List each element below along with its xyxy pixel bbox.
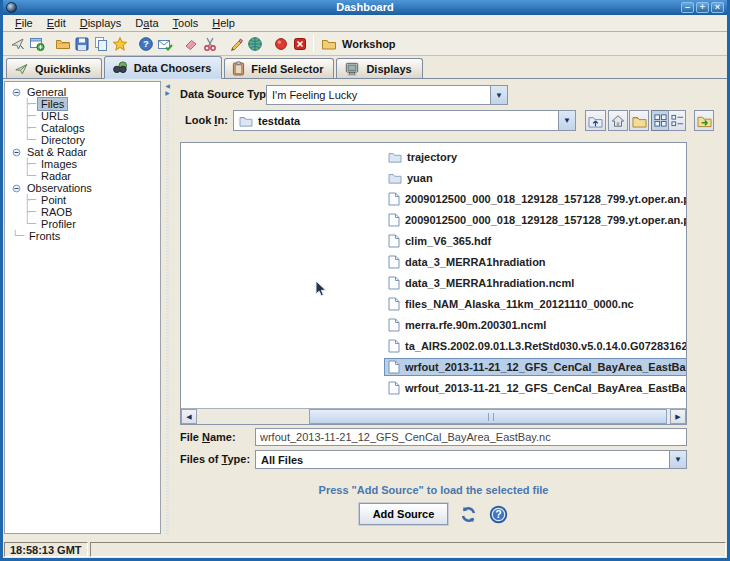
file-item[interactable]: merra.rfe.90m.200301.ncml (385, 314, 687, 335)
minimize-button[interactable]: – (681, 2, 694, 13)
grid-view-toggle[interactable] (651, 110, 669, 131)
sidebar-item-observations[interactable]: Observations (5, 182, 160, 194)
file-icon (388, 318, 400, 332)
file-name-input[interactable]: wrfout_2013-11-21_12_GFS_CenCal_BayArea_… (255, 428, 687, 446)
help-icon[interactable]: ? (136, 34, 155, 54)
favorites-star-icon[interactable] (110, 34, 129, 54)
support-message-icon[interactable] (155, 34, 174, 54)
folder-icon (388, 151, 402, 163)
file-name-label: File Name: (180, 431, 236, 443)
close-button[interactable]: × (711, 2, 724, 13)
workshop-group[interactable]: Workshop (321, 36, 396, 52)
maximize-button[interactable]: + (696, 2, 709, 13)
home-button[interactable] (608, 110, 628, 131)
dashboard-window: Dashboard – + × File Edit Displays Data … (0, 0, 730, 561)
sidebar-item-general[interactable]: General (5, 86, 160, 98)
tree-expand-icon[interactable] (12, 88, 21, 97)
sidebar-item-directory[interactable]: └─Directory (5, 134, 160, 146)
data-choosers-panel: General ├─Files ├─URLs ├─Catalogs └─Dire… (3, 79, 727, 541)
file-item[interactable]: wrfout_2013-11-21_12_GFS_CenCal_BayArea_… (385, 377, 687, 398)
sidebar-item-sat-radar[interactable]: Sat & Radar (5, 146, 160, 158)
new-folder-button[interactable] (629, 110, 649, 131)
app-logo-icon (6, 2, 17, 13)
list-view-toggle[interactable] (668, 110, 686, 131)
folder-icon (388, 172, 402, 184)
look-in-label: Look In: (185, 114, 228, 126)
menu-edit[interactable]: Edit (40, 16, 73, 30)
sidebar-item-raob[interactable]: ├─RAOB (5, 206, 160, 218)
help-icon[interactable]: ? (489, 505, 508, 524)
stop-red-square-icon[interactable] (290, 34, 309, 54)
sidebar-item-point[interactable]: ├─Point (5, 194, 160, 206)
file-icon (388, 192, 400, 206)
tab-quicklinks[interactable]: Quicklinks (6, 58, 102, 78)
menu-help[interactable]: Help (205, 16, 242, 30)
file-icon (388, 381, 400, 395)
svg-text:?: ? (143, 38, 149, 49)
file-item[interactable]: data_3_MERRA1hradiation.ncml (385, 272, 687, 293)
collapse-left-icon[interactable]: ◀ (165, 83, 170, 89)
file-item-yuan[interactable]: yuan (385, 167, 687, 188)
record-red-circle-icon[interactable] (271, 34, 290, 54)
file-item[interactable]: clim_V6_365.hdf (385, 230, 687, 251)
tree-expand-icon[interactable] (12, 148, 21, 157)
menu-data[interactable]: Data (128, 16, 165, 30)
copy-icon[interactable] (91, 34, 110, 54)
menu-displays[interactable]: Displays (73, 16, 129, 30)
quicklinks-plane-icon[interactable] (8, 34, 27, 54)
file-item[interactable]: ta_AIRS.2002.09.01.L3.RetStd030.v5.0.14.… (385, 335, 687, 356)
refresh-icon[interactable] (459, 505, 478, 524)
globe-icon[interactable] (245, 34, 264, 54)
monitor-icon (344, 62, 360, 76)
add-source-hint: Press "Add Source" to load the selected … (180, 484, 687, 496)
tree-expand-icon[interactable] (12, 184, 21, 193)
look-in-select[interactable]: testdata ▼ (233, 110, 576, 131)
tab-displays[interactable]: Displays (336, 58, 422, 78)
file-list: trajectory yuan 2009012500_000_018_12912… (180, 142, 687, 425)
file-item[interactable]: data_3_MERRA1hradiation (385, 251, 687, 272)
new-window-icon[interactable] (27, 34, 46, 54)
open-folder-icon[interactable] (53, 34, 72, 54)
menu-tools[interactable]: Tools (166, 16, 206, 30)
scroll-right-icon[interactable]: ▶ (670, 409, 686, 424)
sidebar-item-profiler[interactable]: └─Profiler (5, 218, 160, 230)
sidebar-item-catalogs[interactable]: ├─Catalogs (5, 122, 160, 134)
chevron-down-icon[interactable]: ▼ (490, 86, 507, 104)
split-divider[interactable]: ◀ ▶ (163, 81, 172, 534)
tab-data-choosers[interactable]: Data Choosers (104, 56, 223, 79)
sidebar-item-images[interactable]: ├─Images (5, 158, 160, 170)
horizontal-scrollbar[interactable]: ◀ ▶ (181, 408, 686, 424)
menu-file[interactable]: File (8, 16, 40, 30)
edit-pencil-icon[interactable] (226, 34, 245, 54)
file-item-selected[interactable]: wrfout_2013-11-21_12_GFS_CenCal_BayArea_… (385, 356, 687, 377)
file-icon (388, 234, 400, 248)
files-of-type-select[interactable]: All Files ▼ (255, 450, 687, 469)
save-icon[interactable] (72, 34, 91, 54)
scrollbar-thumb[interactable] (309, 409, 667, 424)
cut-scissors-icon[interactable] (200, 34, 219, 54)
scrollbar-track[interactable] (197, 409, 670, 424)
file-item[interactable]: 2009012500_000_018_129128_157128_799.yt.… (385, 209, 687, 230)
sidebar-item-files[interactable]: ├─Files (5, 98, 160, 110)
eraser-icon[interactable] (181, 34, 200, 54)
main-toolbar: ? Workshop (3, 32, 727, 56)
svg-text:?: ? (496, 508, 502, 520)
files-of-type-label: Files of Type: (180, 453, 250, 465)
tab-field-selector[interactable]: Field Selector (224, 58, 334, 78)
file-icon (388, 360, 400, 374)
sidebar-item-radar[interactable]: └─Radar (5, 170, 160, 182)
up-folder-button[interactable] (585, 110, 606, 131)
toolbar-separator (313, 35, 314, 52)
expand-right-icon[interactable]: ▶ (165, 90, 170, 96)
scroll-left-icon[interactable]: ◀ (181, 409, 197, 424)
chevron-down-icon[interactable]: ▼ (558, 111, 575, 130)
file-item[interactable]: 2009012500_000_018_129128_157128_799.yt.… (385, 188, 687, 209)
add-source-button[interactable]: Add Source (359, 503, 449, 525)
sidebar-item-urls[interactable]: ├─URLs (5, 110, 160, 122)
chevron-down-icon[interactable]: ▼ (669, 451, 686, 468)
data-source-type-select[interactable]: I'm Feeling Lucky ▼ (266, 85, 508, 105)
file-item[interactable]: files_NAM_Alaska_11km_20121110_0000.nc (385, 293, 687, 314)
file-item-trajectory[interactable]: trajectory (385, 146, 687, 167)
open-selected-folder-button[interactable] (694, 110, 714, 131)
sidebar-item-fronts[interactable]: └─Fronts (5, 230, 160, 242)
